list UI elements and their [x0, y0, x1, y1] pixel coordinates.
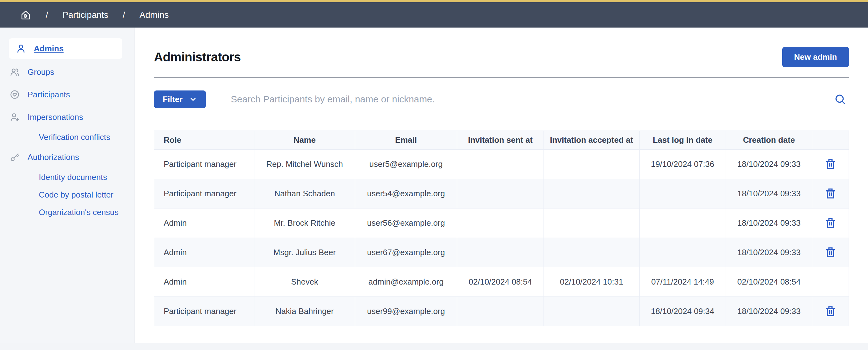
column-header-actions	[812, 131, 849, 150]
user-icon	[16, 43, 26, 54]
cell-invitation-accepted-at: 02/10/2024 10:31	[544, 267, 640, 297]
cell-actions	[812, 267, 849, 297]
new-admin-button[interactable]: New admin	[782, 47, 849, 67]
column-header-email: Email	[355, 131, 457, 150]
trash-icon	[824, 167, 837, 172]
cell-invitation-sent-at	[457, 297, 544, 326]
footer-strip	[0, 343, 868, 350]
cell-creation-date: 18/10/2024 09:33	[726, 208, 812, 238]
breadcrumb-admins[interactable]: Admins	[140, 10, 169, 20]
column-header-role: Role	[154, 131, 254, 150]
top-navbar: / Participants / Admins	[0, 0, 868, 28]
search-icon	[834, 93, 847, 106]
table-row: Participant managerRep. Mitchel Wunschus…	[154, 150, 849, 179]
cell-invitation-sent-at	[457, 238, 544, 267]
cell-role: Participant manager	[154, 297, 254, 326]
cell-name: Msgr. Julius Beer	[254, 238, 355, 267]
user-add-icon	[9, 112, 20, 122]
cell-name: Nathan Schaden	[254, 179, 355, 208]
cell-email: admin@example.org	[355, 267, 457, 297]
delete-admin-button[interactable]	[822, 155, 839, 173]
cell-last-log-in-date: 18/10/2024 09:34	[640, 297, 726, 326]
trash-icon	[824, 196, 837, 201]
cell-role: Participant manager	[154, 179, 254, 208]
breadcrumb-separator: /	[123, 10, 125, 20]
table-header-row: Role Name Email Invitation sent at Invit…	[154, 131, 849, 150]
sidebar: Admins Groups	[0, 28, 134, 343]
cell-invitation-sent-at: 02/10/2024 08:54	[457, 267, 544, 297]
cell-name: Rep. Mitchel Wunsch	[254, 150, 355, 179]
cell-actions	[812, 208, 849, 238]
home-link[interactable]	[20, 9, 31, 21]
cell-invitation-accepted-at	[544, 297, 640, 326]
sidebar-item-identity-documents[interactable]: Identity documents	[0, 169, 134, 186]
sidebar-item-verification-conflicts[interactable]: Verification conflicts	[0, 128, 134, 146]
search-button[interactable]	[831, 90, 849, 108]
cell-creation-date: 18/10/2024 09:33	[726, 150, 812, 179]
cell-creation-date: 18/10/2024 09:33	[726, 238, 812, 267]
cell-name: Nakia Bahringer	[254, 297, 355, 326]
cell-creation-date: 18/10/2024 09:33	[726, 297, 812, 326]
main-content: Administrators New admin Filter	[134, 28, 868, 343]
sidebar-item-organizations-census[interactable]: Organization's census	[0, 203, 134, 221]
sidebar-item-groups[interactable]: Groups	[0, 61, 134, 83]
admins-table: Role Name Email Invitation sent at Invit…	[154, 130, 849, 326]
breadcrumb: / Participants / Admins	[20, 9, 169, 21]
key-icon	[9, 152, 20, 163]
cell-last-log-in-date	[640, 238, 726, 267]
cell-last-log-in-date	[640, 208, 726, 238]
cell-email: user56@example.org	[355, 208, 457, 238]
search-input[interactable]	[206, 90, 831, 108]
cell-name: Mr. Brock Ritchie	[254, 208, 355, 238]
cell-email: user5@example.org	[355, 150, 457, 179]
table-row: AdminMsgr. Julius Beeruser67@example.org…	[154, 238, 849, 267]
cell-actions	[812, 238, 849, 267]
home-gear-icon	[20, 9, 31, 21]
sidebar-item-participants[interactable]: Participants	[0, 83, 134, 106]
cell-creation-date: 02/10/2024 08:54	[726, 267, 812, 297]
column-header-creation-date: Creation date	[726, 131, 812, 150]
delete-admin-button[interactable]	[822, 303, 839, 320]
delete-admin-button[interactable]	[822, 185, 839, 202]
page-title: Administrators	[154, 50, 241, 64]
cell-invitation-accepted-at	[544, 179, 640, 208]
delete-admin-button[interactable]	[822, 244, 839, 261]
column-header-last-log-in-date: Last log in date	[640, 131, 726, 150]
header-divider	[154, 77, 849, 78]
cell-invitation-sent-at	[457, 179, 544, 208]
table-row: AdminShevekadmin@example.org02/10/2024 0…	[154, 267, 849, 297]
cell-email: user99@example.org	[355, 297, 457, 326]
cell-actions	[812, 297, 849, 326]
cell-role: Admin	[154, 208, 254, 238]
column-header-invitation-sent-at: Invitation sent at	[457, 131, 544, 150]
user-group-icon	[9, 67, 20, 77]
table-row: Participant managerNathan Schadenuser54@…	[154, 179, 849, 208]
cell-email: user67@example.org	[355, 238, 457, 267]
cell-name: Shevek	[254, 267, 355, 297]
cell-last-log-in-date	[640, 179, 726, 208]
table-row: AdminMr. Brock Ritchieuser56@example.org…	[154, 208, 849, 238]
cell-email: user54@example.org	[355, 179, 457, 208]
cell-invitation-accepted-at	[544, 208, 640, 238]
cell-last-log-in-date: 07/11/2024 14:49	[640, 267, 726, 297]
cell-invitation-sent-at	[457, 208, 544, 238]
sidebar-item-code-by-postal-letter[interactable]: Code by postal letter	[0, 186, 134, 203]
heart-badge-icon	[9, 89, 20, 100]
sidebar-item-impersonations[interactable]: Impersonations	[0, 106, 134, 128]
sidebar-item-admins[interactable]: Admins	[9, 38, 122, 59]
cell-invitation-accepted-at	[544, 150, 640, 179]
cell-invitation-sent-at	[457, 150, 544, 179]
cell-role: Admin	[154, 267, 254, 297]
sidebar-item-authorizations[interactable]: Authorizations	[0, 146, 134, 169]
cell-invitation-accepted-at	[544, 238, 640, 267]
column-header-name: Name	[254, 131, 355, 150]
breadcrumb-participants[interactable]: Participants	[63, 10, 108, 20]
cell-role: Admin	[154, 238, 254, 267]
cell-actions	[812, 150, 849, 179]
chevron-down-icon	[189, 95, 197, 103]
table-row: Participant managerNakia Bahringeruser99…	[154, 297, 849, 326]
filter-button[interactable]: Filter	[154, 90, 206, 108]
delete-admin-button[interactable]	[822, 214, 839, 231]
cell-creation-date: 18/10/2024 09:33	[726, 179, 812, 208]
trash-icon	[824, 314, 837, 319]
